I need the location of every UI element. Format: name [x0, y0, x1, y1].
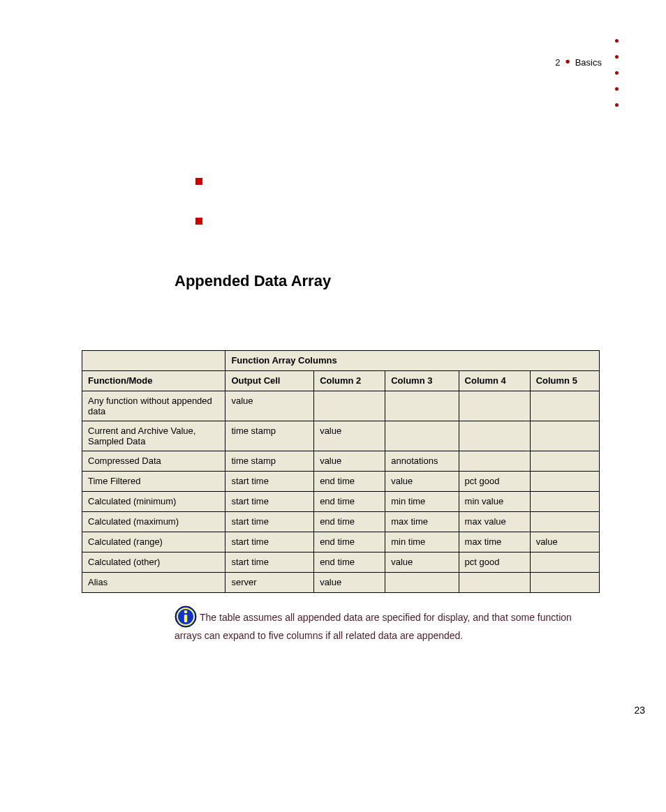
page-number: 23 [634, 705, 645, 716]
table-cell: time stamp [225, 421, 314, 451]
table-cell [459, 421, 530, 451]
table-cell [459, 391, 530, 421]
table-cell: value [314, 573, 385, 593]
table-cell: value [225, 391, 314, 421]
table-row: Time Filtered start time end time value … [82, 472, 600, 492]
table-cell: start time [225, 472, 314, 492]
table-cell: start time [225, 512, 314, 532]
table-cell [385, 573, 459, 593]
table-header: Output Cell [225, 371, 314, 391]
note-text: The table assumes all appended data are … [175, 612, 572, 641]
table-cell [459, 451, 530, 472]
table-cell: min value [459, 492, 530, 512]
table-cell: Current and Archive Value, Sampled Data [82, 421, 225, 451]
table-cell: annotations [385, 451, 459, 472]
table-cell: pct good [459, 552, 530, 573]
table-header: Column 5 [530, 371, 599, 391]
square-bullet-icon [195, 218, 202, 225]
table-cell: start time [225, 532, 314, 552]
table-cell: value [385, 472, 459, 492]
table-cell: end time [314, 512, 385, 532]
table-header: Column 2 [314, 371, 385, 391]
chapter-number: 2 [555, 57, 560, 68]
table-cell [459, 573, 530, 593]
list-bullets [195, 178, 202, 257]
table-cell: min time [385, 492, 459, 512]
table-cell: Calculated (minimum) [82, 492, 225, 512]
table-cell [385, 391, 459, 421]
table-header-group: Function Array Columns [225, 351, 600, 371]
appended-data-table: Function Array Columns Function/Mode Out… [82, 350, 600, 593]
table-header-empty [82, 351, 225, 371]
table-cell: min time [385, 532, 459, 552]
table-cell [385, 421, 459, 451]
table-cell: Time Filtered [82, 472, 225, 492]
table-cell [314, 391, 385, 421]
table-cell [530, 391, 599, 421]
table-row: Calculated (range) start time end time m… [82, 532, 600, 552]
table-cell: Compressed Data [82, 451, 225, 472]
table-row: Any function without appended data value [82, 391, 600, 421]
table-header: Column 3 [385, 371, 459, 391]
table-row: Calculated (maximum) start time end time… [82, 512, 600, 532]
table-cell: value [530, 532, 599, 552]
table-cell: max time [459, 532, 530, 552]
table-cell: end time [314, 472, 385, 492]
table-cell: max value [459, 512, 530, 532]
table-cell [530, 512, 599, 532]
table-cell: Alias [82, 573, 225, 593]
table-cell: value [385, 552, 459, 573]
running-header: 2 ● Basics [555, 57, 602, 68]
table-cell [530, 472, 599, 492]
info-icon [175, 606, 197, 628]
table-row: Compressed Data time stamp value annotat… [82, 451, 600, 472]
table-cell [530, 573, 599, 593]
chapter-title: Basics [575, 57, 602, 68]
table-row: Calculated (other) start time end time v… [82, 552, 600, 573]
table-cell: Any function without appended data [82, 391, 225, 421]
table-header: Function/Mode [82, 371, 225, 391]
table-row: Calculated (minimum) start time end time… [82, 492, 600, 512]
table-cell: start time [225, 492, 314, 512]
table-cell [530, 492, 599, 512]
table-cell: pct good [459, 472, 530, 492]
table-cell [530, 552, 599, 573]
svg-point-2 [184, 610, 188, 614]
table-cell: end time [314, 492, 385, 512]
svg-rect-3 [184, 615, 187, 622]
info-note: The table assumes all appended data are … [175, 607, 600, 643]
square-bullet-icon [195, 178, 202, 185]
table-row: Alias server value [82, 573, 600, 593]
table-cell: max time [385, 512, 459, 532]
table-cell [530, 421, 599, 451]
bullet-separator-icon: ● [563, 56, 572, 66]
table-row: Current and Archive Value, Sampled Data … [82, 421, 600, 451]
table-cell: value [314, 421, 385, 451]
table-cell: start time [225, 552, 314, 573]
table-cell: time stamp [225, 451, 314, 472]
table-cell: end time [314, 532, 385, 552]
section-heading: Appended Data Array [175, 272, 331, 290]
table-cell: value [314, 451, 385, 472]
table-header-row: Function/Mode Output Cell Column 2 Colum… [82, 371, 600, 391]
table-cell [530, 451, 599, 472]
table-cell: Calculated (other) [82, 552, 225, 573]
table-cell: Calculated (range) [82, 532, 225, 552]
vertical-dots-icon [615, 39, 619, 119]
table-cell: Calculated (maximum) [82, 512, 225, 532]
table-header: Column 4 [459, 371, 530, 391]
table-cell: end time [314, 552, 385, 573]
table-cell: server [225, 573, 314, 593]
